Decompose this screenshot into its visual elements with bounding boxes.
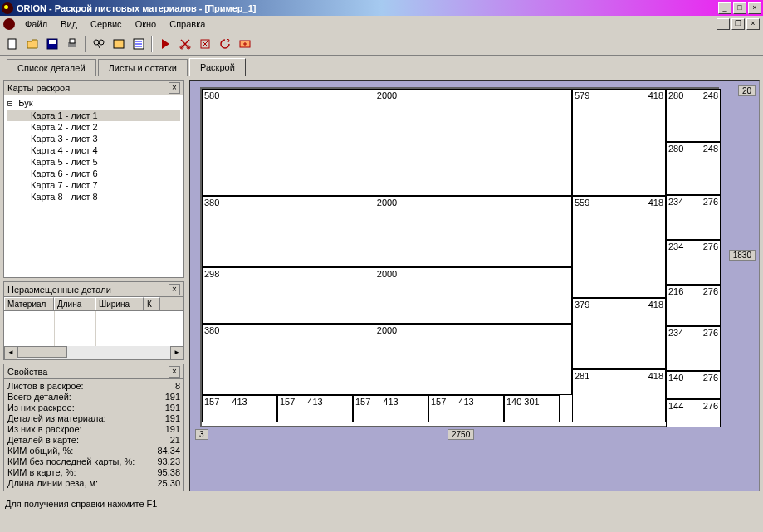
prop-row: КИМ без последней карты, %:93.23 [7,456,180,467]
sheet-height-label: 1830 [729,250,756,261]
cut-button[interactable] [176,35,194,53]
cut-piece[interactable]: 2982000 [202,267,572,324]
new-button[interactable] [3,35,22,53]
prop-row: КИМ общий, %:84.34 [7,446,180,456]
menu-view[interactable]: Вид [54,17,84,31]
menu-bar: Файл Вид Сервис Окно Справка _ ❐ × [0,16,763,32]
svg-rect-4 [70,39,75,43]
cut-piece[interactable]: 280248 [666,89,721,142]
tab-cutting[interactable]: Раскрой [189,58,246,76]
minimize-button[interactable]: _ [718,2,731,14]
cut-piece[interactable]: 157413 [277,395,353,422]
prop-row: Листов в раскрое:8 [7,381,180,392]
panel-maps-title: Карты раскроя [7,83,169,93]
panel-maps-close[interactable]: × [169,82,180,94]
svg-rect-2 [49,40,56,44]
doc-icon [3,18,15,30]
scroll-left-icon[interactable]: ◄ [4,346,17,359]
save-button[interactable] [43,35,61,53]
find-button[interactable] [90,35,108,53]
cut-piece[interactable]: 140276 [666,371,721,399]
col-width[interactable]: Ширина [95,297,144,310]
run-button[interactable] [156,35,174,53]
open-button[interactable] [23,35,42,53]
col-qty[interactable]: К [144,297,160,310]
tab-details[interactable]: Список деталей [7,59,96,76]
panel-unplaced-title: Неразмещенные детали [7,285,169,295]
cut-piece[interactable]: 140301 [504,395,560,422]
tree-root[interactable]: Бук [7,97,180,110]
tree-item[interactable]: Карта 2 - лист 2 [7,121,180,133]
cut-piece[interactable]: 157413 [428,395,504,422]
cutting-canvas[interactable]: 5802000579418280248280248380200055941823… [189,80,760,491]
cut-piece[interactable]: 157413 [353,395,428,422]
cut-piece[interactable]: 379418 [572,298,666,369]
cut-piece[interactable]: 216276 [666,285,721,326]
prop-row: Из них раскрое:191 [7,403,180,413]
scroll-thumb[interactable] [17,346,67,358]
prop-row: Всего деталей:191 [7,392,180,403]
tree-item[interactable]: Карта 3 - лист 3 [7,133,180,144]
panel-unplaced-close[interactable]: × [169,284,180,295]
material-button[interactable] [110,35,128,53]
tab-bar: Список деталей Листы и остатки Раскрой [0,56,763,76]
cut-piece[interactable]: 280248 [666,142,721,195]
cut-piece[interactable]: 3802000 [202,196,572,267]
close-button[interactable]: × [748,2,761,14]
margin-right-label: 20 [738,85,756,96]
menu-help[interactable]: Справка [163,17,212,31]
list-button[interactable] [130,35,148,53]
cut-piece[interactable]: 157413 [202,395,277,422]
mdi-minimize-button[interactable]: _ [717,18,730,30]
tree-item[interactable]: Карта 8 - лист 8 [7,191,180,203]
cut-piece[interactable]: 559418 [572,196,666,298]
workspace: Карты раскроя × Бук Карта 1 - лист 1 Кар… [0,76,763,495]
cut-piece[interactable]: 234276 [666,195,721,240]
cut-piece[interactable]: 234276 [666,326,721,371]
col-material[interactable]: Материал [4,297,54,310]
unplaced-scroll[interactable]: ◄ ► [4,346,183,359]
cut-piece[interactable]: 144276 [666,399,721,427]
mdi-close-button[interactable]: × [746,18,760,30]
maximize-button[interactable]: □ [733,2,746,14]
col-length[interactable]: Длина [54,297,95,310]
menu-file[interactable]: Файл [18,17,54,31]
menu-service[interactable]: Сервис [84,17,129,31]
title-bar: ORION - Раскрой листовых материалов - [П… [0,0,763,16]
maps-tree[interactable]: Бук Карта 1 - лист 1 Карта 2 - лист 2 Ка… [4,95,183,277]
status-text: Для получения справки нажмите F1 [5,499,157,509]
prop-row: Деталей из материала:191 [7,413,180,424]
svg-point-6 [99,40,104,45]
refresh-button[interactable] [216,35,234,53]
cut-piece[interactable]: 3802000 [202,324,572,395]
export-button[interactable] [236,35,254,53]
cut-piece[interactable]: 234276 [666,240,721,285]
panel-unplaced: Неразмещенные детали × Материал Длина Ши… [3,281,184,360]
cut-piece[interactable]: 5802000 [202,89,572,196]
svg-point-5 [94,40,99,45]
window-title: ORION - Раскрой листовых материалов - [П… [17,3,718,13]
print-button[interactable] [63,35,81,53]
delete-button[interactable] [196,35,214,53]
menu-window[interactable]: Окно [129,17,164,31]
tab-sheets[interactable]: Листы и остатки [98,59,188,76]
prop-row: КИМ в карте, %:95.38 [7,467,180,478]
cut-piece[interactable]: 579418 [572,89,666,196]
cut-piece[interactable]: 281418 [572,369,666,422]
scroll-right-icon[interactable]: ► [170,346,183,359]
panel-props-title: Свойства [7,367,169,377]
tree-item[interactable]: Карта 7 - лист 7 [7,179,180,191]
svg-rect-0 [8,39,16,49]
tree-item[interactable]: Карта 6 - лист 6 [7,168,180,179]
tree-item[interactable]: Карта 5 - лист 5 [7,156,180,168]
status-bar: Для получения справки нажмите F1 [0,495,763,511]
unplaced-grid[interactable] [4,311,183,346]
sheet-width-label: 2750 [448,429,474,440]
svg-rect-8 [114,40,124,48]
mdi-restore-button[interactable]: ❐ [731,18,745,30]
tree-item[interactable]: Карта 4 - лист 4 [7,144,180,156]
panel-props: Свойства × Листов в раскрое:8Всего детал… [3,364,184,491]
tree-item[interactable]: Карта 1 - лист 1 [7,110,180,121]
panel-props-close[interactable]: × [169,366,180,378]
panel-maps: Карты раскроя × Бук Карта 1 - лист 1 Кар… [3,80,184,278]
